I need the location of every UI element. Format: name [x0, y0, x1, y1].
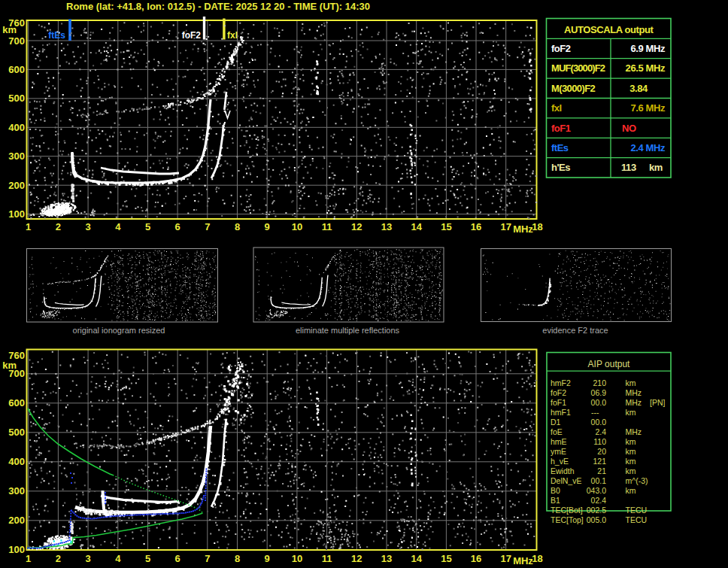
svg-text:210: 210: [593, 378, 606, 387]
svg-text:600: 600: [8, 397, 25, 409]
svg-text:ymE: ymE: [551, 447, 566, 456]
svg-text:MHz: MHz: [513, 223, 533, 235]
svg-text:B0: B0: [551, 486, 560, 495]
svg-text:foF2: foF2: [182, 30, 202, 41]
svg-text:foF2: foF2: [551, 388, 566, 397]
svg-text:B1: B1: [551, 496, 560, 505]
svg-text:121: 121: [593, 457, 606, 466]
svg-text:300: 300: [8, 485, 25, 497]
svg-text:110: 110: [593, 437, 606, 446]
svg-text:700: 700: [8, 35, 25, 47]
svg-text:3: 3: [85, 221, 90, 232]
svg-text:200: 200: [8, 180, 25, 191]
svg-text:100: 100: [8, 208, 25, 220]
svg-text:17: 17: [500, 221, 511, 232]
svg-text:20: 20: [597, 447, 606, 456]
svg-text:9: 9: [265, 221, 270, 232]
svg-text:5: 5: [145, 221, 150, 232]
svg-text:km: km: [2, 24, 17, 35]
svg-text:TEC[Top]: TEC[Top]: [551, 515, 584, 524]
svg-text:500: 500: [8, 427, 25, 438]
svg-text:12: 12: [351, 221, 362, 232]
svg-text:600: 600: [8, 64, 25, 75]
svg-text:15: 15: [441, 553, 451, 564]
svg-text:MHz: MHz: [626, 388, 642, 397]
svg-text:NO: NO: [622, 123, 636, 134]
svg-text:06.9: 06.9: [591, 388, 607, 397]
svg-text:3.84: 3.84: [629, 83, 648, 94]
svg-text:043.0: 043.0: [587, 486, 606, 495]
svg-text:500: 500: [8, 93, 25, 104]
svg-text:11: 11: [322, 553, 332, 564]
svg-text:km: km: [626, 437, 636, 446]
svg-text:4: 4: [115, 221, 121, 232]
svg-text:18: 18: [532, 553, 542, 564]
svg-text:12: 12: [351, 553, 362, 564]
svg-text:02.4: 02.4: [591, 496, 607, 505]
svg-text:200: 200: [8, 515, 25, 526]
svg-text:113: 113: [621, 162, 636, 173]
svg-text:3: 3: [85, 553, 90, 564]
svg-text:10: 10: [292, 553, 302, 564]
svg-text:7: 7: [205, 553, 210, 564]
svg-text:---: ---: [591, 408, 599, 417]
svg-text:km: km: [626, 408, 636, 417]
svg-text:TECU: TECU: [626, 506, 648, 515]
svg-text:MHz: MHz: [626, 427, 642, 436]
svg-text:1: 1: [26, 221, 31, 232]
svg-text:13: 13: [381, 553, 392, 564]
svg-text:km: km: [649, 162, 663, 173]
svg-text:17: 17: [500, 553, 511, 564]
svg-text:2: 2: [56, 553, 61, 564]
svg-text:AUTOSCALA output: AUTOSCALA output: [564, 24, 654, 35]
svg-text:h'Es: h'Es: [551, 162, 570, 173]
svg-text:original ionogram resized: original ionogram resized: [73, 326, 165, 335]
svg-text:D1: D1: [551, 418, 561, 427]
svg-text:21: 21: [597, 466, 606, 475]
svg-text:7: 7: [205, 221, 210, 232]
svg-text:foF1: foF1: [551, 398, 566, 407]
svg-text:5: 5: [145, 553, 150, 564]
svg-text:6: 6: [174, 221, 180, 232]
svg-text:eliminate multiple reflections: eliminate multiple reflections: [296, 326, 400, 335]
svg-text:15: 15: [441, 221, 451, 232]
svg-text:foF2: foF2: [551, 43, 571, 54]
svg-text:hmF1: hmF1: [551, 408, 571, 417]
svg-text:h_vE: h_vE: [551, 457, 569, 466]
svg-text:400: 400: [8, 122, 25, 133]
svg-text:11: 11: [322, 221, 332, 232]
svg-text:km: km: [626, 457, 636, 466]
svg-text:2.4: 2.4: [595, 427, 606, 436]
svg-text:002.5: 002.5: [587, 506, 606, 515]
svg-text:TEC[Bot]: TEC[Bot]: [551, 506, 583, 515]
svg-text:8: 8: [235, 553, 240, 564]
svg-text:00.0: 00.0: [591, 398, 607, 407]
svg-text:km: km: [626, 378, 636, 387]
svg-text:16: 16: [471, 553, 481, 564]
svg-text:7.6 MHz: 7.6 MHz: [630, 102, 666, 114]
svg-text:00.1: 00.1: [591, 476, 607, 485]
svg-text:9: 9: [265, 553, 270, 564]
svg-text:km: km: [626, 447, 636, 456]
svg-text:400: 400: [8, 456, 25, 467]
svg-text:18: 18: [532, 221, 542, 232]
svg-text:14: 14: [411, 221, 422, 232]
svg-text:foF1: foF1: [551, 123, 571, 134]
svg-text:TECU: TECU: [626, 515, 648, 524]
svg-text:700: 700: [8, 368, 25, 379]
svg-text:Ewidth: Ewidth: [551, 466, 575, 475]
svg-text:Rome (lat: +41.8, lon: 012.5): Rome (lat: +41.8, lon: 012.5) - DATE: 20…: [66, 1, 370, 12]
svg-text:005.0: 005.0: [587, 515, 606, 524]
svg-text:16: 16: [471, 221, 481, 232]
svg-text:km: km: [626, 466, 636, 475]
svg-text:26.5 MHz: 26.5 MHz: [626, 62, 666, 74]
svg-text:14: 14: [411, 553, 422, 564]
svg-text:2: 2: [56, 221, 61, 232]
svg-text:13: 13: [381, 221, 392, 232]
svg-text:m^(-3): m^(-3): [626, 476, 648, 485]
svg-text:2.4 MHz: 2.4 MHz: [630, 142, 666, 153]
svg-text:MHz: MHz: [626, 398, 642, 407]
svg-text:fxI: fxI: [551, 102, 562, 114]
svg-text:DelN_vE: DelN_vE: [551, 476, 581, 485]
svg-text:hmE: hmE: [551, 437, 567, 446]
